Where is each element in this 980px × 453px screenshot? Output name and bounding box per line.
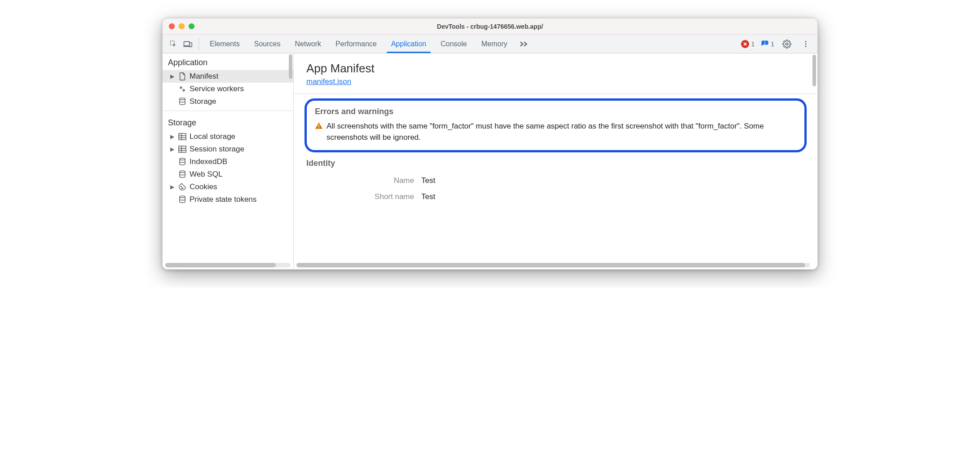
tab-performance[interactable]: Performance — [328, 35, 384, 53]
identity-field-name: Name Test — [306, 173, 805, 189]
svg-point-9 — [805, 45, 807, 47]
main-horizontal-scrollbar[interactable] — [296, 263, 810, 267]
sidebar-item-label: Service workers — [190, 84, 244, 93]
main-vertical-scrollbar[interactable] — [812, 55, 816, 86]
field-label: Short name — [306, 192, 414, 201]
svg-point-6 — [786, 43, 788, 45]
svg-point-11 — [183, 90, 185, 91]
errors-warnings-section: Errors and warnings All screenshots with… — [305, 98, 807, 152]
svg-rect-13 — [179, 133, 186, 140]
warning-text: All screenshots with the same "form_fact… — [327, 121, 796, 143]
errors-badge[interactable]: 1 — [741, 40, 755, 48]
chevron-right-icon: ▶ — [169, 146, 175, 152]
tab-network[interactable]: Network — [287, 35, 328, 53]
svg-rect-17 — [179, 146, 186, 152]
svg-point-12 — [180, 98, 185, 100]
database-icon — [178, 157, 187, 166]
cookie-icon — [178, 182, 187, 191]
tab-console[interactable]: Console — [433, 35, 474, 53]
sidebar-item-label: Local storage — [190, 132, 235, 141]
inspect-element-icon[interactable] — [167, 38, 180, 50]
issues-badge[interactable]: 1 — [761, 40, 774, 48]
database-icon — [178, 97, 187, 106]
svg-point-22 — [180, 171, 185, 173]
svg-rect-1 — [184, 41, 190, 45]
sidebar-item-cookies[interactable]: ▶ Cookies — [163, 181, 293, 193]
sidebar-item-label: IndexedDB — [190, 157, 227, 166]
table-icon — [178, 132, 187, 141]
sidebar-item-label: Cookies — [190, 182, 217, 191]
minimize-window-button[interactable] — [179, 23, 185, 29]
sidebar-item-label: Session storage — [190, 145, 244, 154]
warning-icon — [315, 122, 323, 143]
sidebar-item-websql[interactable]: ▶ Web SQL — [163, 168, 293, 181]
field-value: Test — [421, 176, 435, 185]
window-controls — [163, 23, 194, 29]
sidebar-item-local-storage[interactable]: ▶ Local storage — [163, 130, 293, 143]
devtools-window: DevTools - crbug-1476656.web.app/ Elemen… — [162, 18, 818, 270]
error-icon — [741, 40, 749, 48]
svg-rect-27 — [318, 125, 319, 127]
manifest-panel: App Manifest manifest.json Errors and wa… — [294, 53, 817, 269]
database-icon — [178, 170, 187, 179]
svg-point-23 — [181, 186, 181, 187]
issue-count: 1 — [771, 40, 774, 48]
svg-point-25 — [181, 188, 181, 189]
svg-point-10 — [181, 87, 182, 89]
sidebar-item-label: Manifest — [190, 72, 218, 81]
page-title: App Manifest — [306, 62, 805, 76]
identity-field-short-name: Short name Test — [306, 189, 805, 205]
chevron-right-icon: ▶ — [169, 133, 175, 140]
sidebar-section-application: Application — [163, 53, 293, 70]
svg-point-7 — [805, 41, 807, 42]
table-icon — [178, 145, 187, 154]
warning-row: All screenshots with the same "form_fact… — [315, 121, 796, 143]
sidebar-item-service-workers[interactable]: ▶ Service workers — [163, 83, 293, 95]
file-icon — [178, 72, 187, 81]
sidebar-horizontal-scrollbar[interactable] — [165, 263, 291, 267]
field-value: Test — [421, 192, 435, 201]
errors-warnings-title: Errors and warnings — [315, 107, 796, 116]
svg-rect-28 — [318, 127, 319, 128]
maximize-window-button[interactable] — [189, 23, 194, 29]
application-sidebar: Application ▶ Manifest ▶ Service workers… — [163, 53, 294, 269]
sidebar-item-label: Storage — [190, 97, 216, 106]
sidebar-vertical-scrollbar[interactable] — [289, 54, 292, 79]
svg-point-21 — [180, 158, 185, 160]
tab-memory[interactable]: Memory — [474, 35, 515, 53]
chevron-right-icon: ▶ — [169, 73, 175, 80]
sidebar-item-private-state-tokens[interactable]: ▶ Private state tokens — [163, 193, 293, 206]
error-count: 1 — [751, 40, 755, 48]
identity-title: Identity — [306, 159, 805, 168]
tab-sources[interactable]: Sources — [247, 35, 288, 53]
svg-point-26 — [180, 196, 185, 198]
tab-elements[interactable]: Elements — [203, 35, 247, 53]
sidebar-item-label: Private state tokens — [190, 195, 256, 204]
settings-icon[interactable] — [781, 38, 793, 50]
close-window-button[interactable] — [169, 23, 175, 29]
issue-icon — [761, 40, 769, 48]
sidebar-item-manifest[interactable]: ▶ Manifest — [163, 70, 293, 83]
gears-icon — [178, 84, 187, 93]
svg-point-24 — [182, 188, 183, 189]
sidebar-item-storage[interactable]: ▶ Storage — [163, 95, 293, 108]
more-options-icon[interactable] — [799, 38, 812, 50]
sidebar-section-storage: Storage — [163, 114, 293, 130]
database-icon — [178, 195, 187, 204]
sidebar-item-indexeddb[interactable]: ▶ IndexedDB — [163, 155, 293, 168]
toolbar-right: 1 1 — [741, 38, 815, 50]
sidebar-item-session-storage[interactable]: ▶ Session storage — [163, 143, 293, 155]
sidebar-item-label: Web SQL — [190, 170, 222, 179]
field-label: Name — [306, 176, 414, 185]
tab-application[interactable]: Application — [384, 35, 433, 53]
toolbar-left-tools — [165, 38, 199, 50]
panel-tabs: Elements Sources Network Performance App… — [203, 35, 514, 53]
svg-point-8 — [805, 43, 807, 44]
device-toolbar-icon[interactable] — [181, 38, 194, 50]
manifest-link[interactable]: manifest.json — [306, 77, 351, 86]
window-title: DevTools - crbug-1476656.web.app/ — [163, 23, 817, 30]
chevron-right-icon: ▶ — [169, 184, 175, 190]
devtools-toolbar: Elements Sources Network Performance App… — [163, 35, 817, 53]
more-tabs-button[interactable] — [514, 40, 533, 48]
titlebar: DevTools - crbug-1476656.web.app/ — [163, 18, 817, 35]
